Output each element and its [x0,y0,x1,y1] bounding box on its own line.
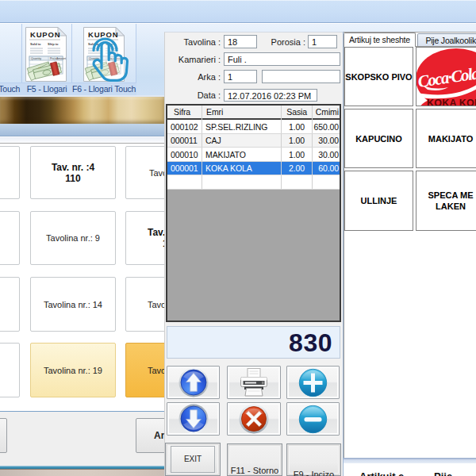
svg-text:Sold to: Sold to [30,42,41,46]
svg-text:Amount: Amount [56,57,66,60]
svg-text:Price: Price [50,57,56,60]
svg-text:Ship to: Ship to [48,42,59,46]
svg-text:KOKA KOLA: KOKA KOLA [427,98,476,106]
svg-text:KUPON: KUPON [30,30,60,39]
svg-text:Quantity: Quantity [31,57,41,60]
